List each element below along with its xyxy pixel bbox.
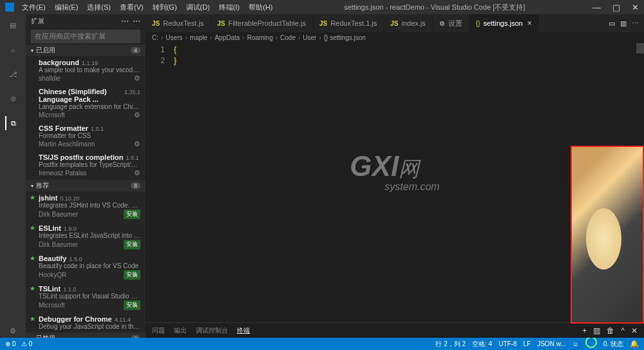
debug-icon[interactable]: ⊘: [6, 92, 20, 106]
sidebar-title: 扩展: [31, 17, 121, 26]
star-icon: ★: [30, 224, 35, 231]
ext-background[interactable]: background1.1.19 A simple tool to make y…: [26, 56, 146, 85]
search-icon[interactable]: ⌕: [6, 43, 20, 57]
gear-icon[interactable]: ⚙: [134, 111, 140, 119]
chevron-down-icon: ▾: [31, 48, 33, 53]
ext-beautify[interactable]: ★ Beautify1.5.0 Beautify code in place f…: [26, 252, 146, 282]
install-button[interactable]: 安装: [124, 300, 140, 310]
window-controls: — ▢ ✕: [592, 3, 639, 12]
star-icon: ★: [30, 194, 35, 201]
close-panel-icon[interactable]: ✕: [631, 326, 638, 335]
maximize-icon[interactable]: ▢: [612, 3, 620, 12]
gear-icon[interactable]: ⚙: [6, 324, 20, 338]
close-icon[interactable]: ✕: [632, 3, 639, 12]
extensions-sidebar: 扩展 ⋯ ⋯ 在应用商店中搜索扩展 ▾ 已启用 4 background1.1.…: [26, 14, 146, 338]
menu-select[interactable]: 选择(S): [83, 1, 115, 14]
install-button[interactable]: 安装: [124, 240, 140, 249]
explorer-icon[interactable]: ▤: [6, 18, 20, 32]
titlebar: 文件(E) 编辑(E) 选择(S) 查看(V) 转到(G) 调试(D) 终端(I…: [0, 0, 644, 14]
status-sync-icon[interactable]: [585, 336, 597, 348]
status-feedback-icon[interactable]: ☺: [573, 340, 579, 347]
ext-jshint[interactable]: ★ jshint0.10.20 Integrates JSHint into V…: [26, 191, 146, 222]
extensions-icon[interactable]: ⧉: [5, 116, 19, 130]
tab-settings-json[interactable]: {}settings.json×: [469, 14, 539, 32]
more-icon[interactable]: ⋯: [133, 17, 140, 26]
menu-terminal[interactable]: 终端(I): [215, 1, 243, 14]
more-icon[interactable]: ⋯: [632, 19, 639, 28]
status-indent[interactable]: 空格: 4: [472, 340, 492, 349]
open-in-icon[interactable]: ▭: [609, 19, 615, 28]
status-warnings[interactable]: ⚠0: [21, 340, 33, 347]
status-eol[interactable]: LF: [524, 340, 531, 347]
menu-file[interactable]: 文件(E): [18, 1, 50, 14]
new-terminal-icon[interactable]: +: [582, 326, 587, 335]
menubar: 文件(E) 编辑(E) 选择(S) 查看(V) 转到(G) 调试(D) 终端(I…: [18, 1, 277, 14]
maximize-panel-icon[interactable]: ^: [621, 326, 625, 335]
chevron-down-icon: ▾: [31, 183, 33, 189]
panel-output[interactable]: 输出: [174, 326, 187, 335]
tab-reduxtest1[interactable]: JSReduxTest.1.js: [313, 14, 384, 32]
line-numbers: 1 2: [146, 43, 170, 322]
section-recommended[interactable]: ▾ 推荐 8: [26, 180, 146, 191]
star-icon: ★: [30, 315, 35, 322]
background-image: [571, 146, 644, 324]
menu-edit[interactable]: 编辑(E): [51, 1, 82, 14]
ext-eslint[interactable]: ★ ESLint1.9.0 Integrates ESLint JavaScri…: [26, 222, 146, 252]
filter-icon[interactable]: ⋯: [121, 17, 129, 26]
panel-problems[interactable]: 问题: [152, 326, 165, 335]
status-cursor[interactable]: 行 2，列 2: [435, 340, 466, 349]
star-icon: ★: [30, 285, 35, 292]
section-installed[interactable]: ▾ 已启用 4: [26, 44, 146, 56]
install-button[interactable]: 安装: [124, 209, 140, 219]
menu-debug[interactable]: 调试(D): [182, 1, 214, 14]
chevron-right-icon: ▸: [31, 336, 33, 338]
bottom-panel: 问题 输出 调试控制台 终端 + ▥ 🗑 ^ ✕: [146, 322, 644, 338]
editor-tabs: JSReduxTest.js JSFilterableProductTable.…: [146, 14, 644, 32]
minimap[interactable]: [636, 43, 644, 53]
disabled-count: 0: [131, 335, 140, 338]
status-encoding[interactable]: UTF-8: [498, 340, 516, 347]
install-button[interactable]: 安装: [124, 270, 140, 280]
editor-area: JSReduxTest.js JSFilterableProductTable.…: [146, 14, 644, 338]
star-icon: ★: [30, 255, 35, 262]
breadcrumbs[interactable]: C:› Users› maple› AppData› Roaming› Code…: [146, 32, 644, 43]
ext-chinese-lang[interactable]: Chinese (Simplified) Language Pack ...1.…: [26, 85, 146, 122]
panel-terminal[interactable]: 终端: [237, 326, 250, 335]
ext-css-formatter[interactable]: CSS Formatter1.0.1 Formatter for CSS Mar…: [26, 122, 146, 151]
gear-icon[interactable]: ⚙: [134, 140, 140, 148]
status-errors[interactable]: ⊗0: [5, 340, 16, 347]
ext-tslint[interactable]: ★ TSLint1.1.0 TSLint support for Visual …: [26, 282, 146, 313]
installed-count: 4: [131, 47, 140, 53]
app-icon: [5, 3, 14, 12]
status-language[interactable]: JSON w...: [537, 340, 565, 347]
installed-list: background1.1.19 A simple tool to make y…: [26, 56, 146, 180]
minimize-icon[interactable]: —: [592, 3, 601, 12]
recommended-list: ★ jshint0.10.20 Integrates JSHint into V…: [26, 191, 146, 333]
ext-debugger-chrome[interactable]: ★ Debugger for Chrome4.11.4 Debug your J…: [26, 313, 146, 333]
notification-icon[interactable]: 🔔: [630, 340, 639, 348]
gear-icon[interactable]: ⚙: [134, 169, 140, 177]
tab-index[interactable]: JSindex.js: [384, 14, 433, 32]
activity-bar: ▤ ⌕ ⎇ ⊘ ⧉ ⚙: [0, 14, 26, 338]
tab-settings-ui[interactable]: ⚙设置: [433, 14, 469, 32]
recommended-count: 8: [131, 182, 140, 189]
split-terminal-icon[interactable]: ▥: [593, 326, 600, 335]
tab-filterable[interactable]: JSFilterableProductTable.js: [211, 14, 313, 32]
section-disabled[interactable]: ▸ 已禁用 0: [26, 333, 146, 338]
ext-postfix[interactable]: TS/JS postfix completion1.8.1 Postfix te…: [26, 151, 146, 180]
menu-goto[interactable]: 转到(G): [149, 1, 181, 14]
window-title: settings.json - reactDemo - Visual Studi…: [277, 3, 592, 12]
kill-terminal-icon[interactable]: 🗑: [607, 326, 614, 335]
gear-icon[interactable]: ⚙: [134, 74, 140, 83]
code-editor[interactable]: 1 2 { }: [146, 43, 644, 322]
menu-help[interactable]: 帮助(H): [245, 1, 276, 14]
sidebar-header: 扩展 ⋯ ⋯: [26, 14, 146, 28]
tab-reduxtest[interactable]: JSReduxTest.js: [146, 14, 211, 32]
split-icon[interactable]: ▥: [620, 19, 627, 28]
status-extra[interactable]: 0. 状态: [603, 340, 623, 349]
panel-debug-console[interactable]: 调试控制台: [196, 326, 228, 335]
scm-icon[interactable]: ⎇: [6, 67, 20, 81]
menu-view[interactable]: 查看(V): [116, 1, 147, 14]
extension-search-input[interactable]: 在应用商店中搜索扩展: [31, 30, 140, 43]
tab-close-icon[interactable]: ×: [527, 19, 532, 28]
